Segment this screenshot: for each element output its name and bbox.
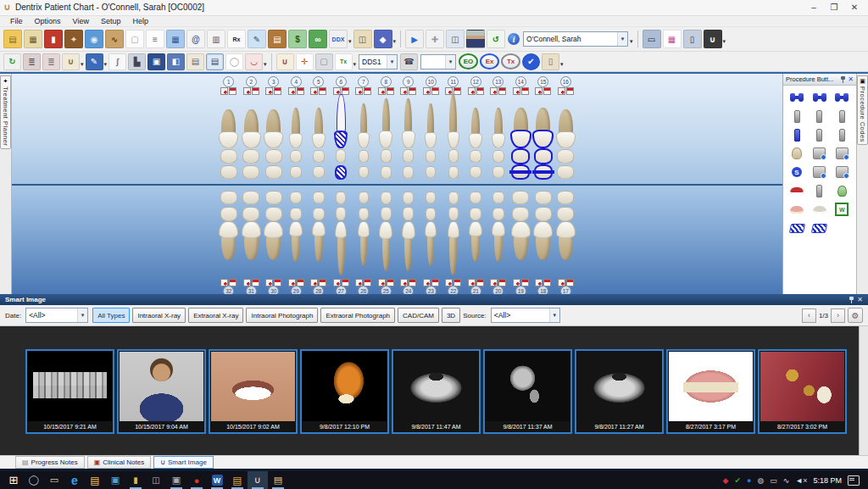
- tooth-27-lingual[interactable]: [330, 206, 353, 221]
- tooth-23[interactable]: [420, 221, 442, 277]
- print-chart-icon[interactable]: ≣: [42, 53, 60, 70]
- globe-icon[interactable]: ◍: [757, 476, 764, 485]
- email-icon[interactable]: @: [186, 30, 205, 48]
- tooth-26[interactable]: [353, 221, 376, 277]
- tooth-22-flags[interactable]: [442, 279, 465, 286]
- close-button[interactable]: ✕: [844, 1, 865, 14]
- tooth-5-occlusal[interactable]: [308, 164, 331, 181]
- tooth-2-flags[interactable]: [240, 87, 263, 94]
- procedure-button-extract-green[interactable]: [832, 184, 852, 197]
- eo-button[interactable]: EO: [459, 53, 478, 69]
- tooth-7-lingual[interactable]: [353, 148, 376, 164]
- thumbnail-ceph-xray[interactable]: 9/8/2017 11:37 AM: [483, 349, 572, 434]
- tooth-12-flags[interactable]: [465, 87, 487, 94]
- procedure-button-post[interactable]: [832, 128, 852, 142]
- tooth-17-lingual[interactable]: [554, 206, 577, 221]
- tooth-27[interactable]: [330, 221, 353, 277]
- patient-picture-icon[interactable]: ◫: [446, 30, 465, 48]
- tab-clinical-notes[interactable]: ▣Clinical Notes: [87, 456, 151, 469]
- tab-smart-image[interactable]: ∪Smart Image: [153, 456, 214, 469]
- chart-annotate-icon[interactable]: ✎: [86, 53, 103, 70]
- tooth-1-occlusal[interactable]: [218, 164, 241, 181]
- ddx-icon[interactable]: DDX: [329, 30, 348, 48]
- tooth-5-flags[interactable]: [308, 87, 331, 94]
- tooth-15[interactable]: [532, 94, 555, 148]
- tooth-14-flags[interactable]: [509, 87, 532, 94]
- procedure-button-crown-gray[interactable]: [810, 165, 830, 179]
- tooth-15-flags[interactable]: [532, 87, 555, 94]
- tooth-10-occlusal[interactable]: [420, 164, 442, 181]
- tooth-12-lingual[interactable]: [465, 148, 487, 164]
- tooth-20-flags[interactable]: [487, 279, 510, 286]
- treatment-note-icon[interactable]: ✎: [248, 30, 266, 48]
- continuing-care-icon[interactable]: ↺: [487, 30, 505, 48]
- tooth-23-occlusal[interactable]: [420, 189, 442, 206]
- tooth-13-lingual[interactable]: [487, 148, 510, 164]
- procedure-codes-tab[interactable]: ▣ Procedure Codes: [857, 75, 868, 145]
- tooth-28-flags[interactable]: [308, 279, 331, 286]
- light-switch-icon[interactable]: ▯: [542, 53, 559, 70]
- patient-file-icon[interactable]: ▤: [3, 30, 22, 48]
- procedure-button-bridge[interactable]: [787, 91, 807, 104]
- tooth-30-lingual[interactable]: [263, 206, 286, 221]
- taskbar-app-yellow-icon[interactable]: ▮: [125, 471, 146, 489]
- tooth-3-occlusal[interactable]: [263, 164, 286, 181]
- dropdown-caret-icon[interactable]: ▾: [723, 38, 726, 45]
- tooth-24-flags[interactable]: [398, 279, 420, 286]
- procedure-button-w-doc[interactable]: W: [832, 203, 852, 216]
- tooth-13-occlusal[interactable]: [487, 164, 510, 181]
- tooth-24-lingual[interactable]: [398, 206, 420, 221]
- taskbar-edge-icon[interactable]: e: [64, 471, 85, 489]
- close-panel-icon[interactable]: ✕: [848, 75, 854, 83]
- provider-select[interactable]: DDS1▾: [359, 54, 398, 69]
- tooth-30-flags[interactable]: [263, 279, 286, 286]
- complete-check-icon[interactable]: ✔: [522, 53, 540, 70]
- procedure-button-denture-red[interactable]: [787, 184, 807, 197]
- tooth-19-flags[interactable]: [509, 279, 532, 286]
- tooth-18-lingual[interactable]: [532, 206, 555, 221]
- type-filter-cad-cam[interactable]: CAD/CAM: [398, 308, 439, 323]
- procedure-button-hatch[interactable]: [787, 221, 807, 235]
- procedure-button-bridge[interactable]: [810, 91, 830, 104]
- tooth-18-flags[interactable]: [532, 279, 555, 286]
- tooth-3[interactable]: [263, 94, 286, 148]
- thumbnail-ct-3d[interactable]: 9/8/2017 12:10 PM: [300, 349, 389, 434]
- tooth-13[interactable]: [487, 94, 510, 148]
- dropdown-caret-icon[interactable]: ▾: [264, 61, 267, 68]
- tooth-25-lingual[interactable]: [375, 206, 398, 221]
- tooth-27-flags[interactable]: [330, 279, 353, 286]
- print-icon[interactable]: ≣: [23, 53, 41, 70]
- tooth-29-occlusal[interactable]: [285, 189, 308, 206]
- procedure-button-post[interactable]: [810, 128, 830, 142]
- gear-icon[interactable]: ⚙: [848, 308, 863, 323]
- tooth-26-lingual[interactable]: [353, 206, 376, 221]
- thumbnail-smile-photo[interactable]: 10/15/2017 9:02 AM: [209, 349, 298, 434]
- tx-pencil-icon[interactable]: Tx: [335, 53, 353, 70]
- tx-button[interactable]: Tx: [501, 53, 520, 69]
- taskbar-cortana-icon[interactable]: ◯: [24, 471, 44, 489]
- tooth-4-lingual[interactable]: [285, 148, 308, 164]
- taskbar-app-red-icon[interactable]: ●: [186, 471, 207, 489]
- tooth-29[interactable]: [285, 221, 308, 277]
- tooth-25-occlusal[interactable]: [375, 189, 398, 206]
- tooth-11-flags[interactable]: [442, 87, 465, 94]
- taskbar-dentrix-icon[interactable]: ∪: [248, 471, 268, 489]
- close-panel-icon[interactable]: ✕: [857, 296, 863, 303]
- shield-icon[interactable]: ◆: [722, 476, 728, 485]
- tooth-23-flags[interactable]: [420, 279, 442, 286]
- prescriptions-icon[interactable]: Rx: [227, 30, 246, 48]
- tooth-16-flags[interactable]: [554, 87, 577, 94]
- document-blank-icon[interactable]: ▢: [125, 30, 144, 48]
- tooth-9-occlusal[interactable]: [398, 164, 420, 181]
- tooth-31[interactable]: [240, 221, 263, 277]
- tooth-9-flags[interactable]: [398, 87, 420, 94]
- tooth-22[interactable]: [442, 221, 465, 277]
- tooth-12[interactable]: [465, 94, 487, 148]
- thumbnail-panoramic-xray[interactable]: 9/8/2017 11:47 AM: [392, 349, 481, 434]
- tooth-29-lingual[interactable]: [285, 206, 308, 221]
- tooth-22-occlusal[interactable]: [442, 189, 465, 206]
- patient-card-icon[interactable]: ◫: [353, 30, 372, 48]
- tooth-17-occlusal[interactable]: [554, 189, 577, 206]
- menu-file[interactable]: File: [5, 17, 28, 25]
- procedure-button-crown-gray[interactable]: [810, 147, 830, 160]
